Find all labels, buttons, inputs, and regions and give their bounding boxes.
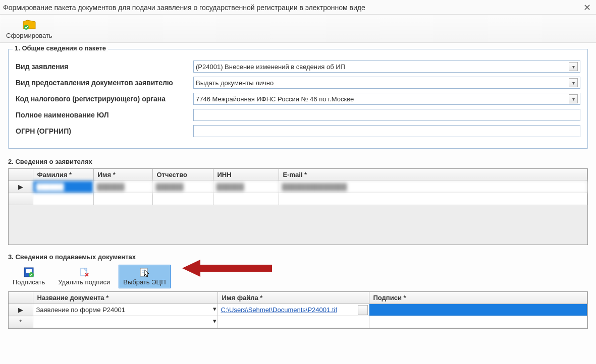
row-header-corner [9, 169, 33, 181]
chevron-down-icon[interactable]: ▾ [569, 94, 578, 103]
chevron-down-icon[interactable]: ▾ [569, 62, 578, 71]
svg-marker-8 [182, 260, 272, 277]
folder-check-icon [22, 19, 36, 31]
general-info-title: 1. Общие сведения о пакете [13, 44, 108, 52]
close-icon[interactable]: ✕ [583, 3, 591, 12]
cell-inn[interactable]: ██████ [213, 181, 279, 193]
tax-code-select[interactable]: 7746 Межрайонная ИФНС России № 46 по г.М… [193, 93, 580, 105]
chevron-down-icon[interactable]: ▾ [213, 305, 216, 313]
file-path-link[interactable]: C:\Users\Sehmet\Documents\P24001.tif [221, 306, 338, 314]
delivery-select[interactable]: Выдать документы лично ▾ [193, 77, 580, 89]
cell-surname[interactable]: ██████ [33, 181, 93, 193]
certificate-icon [138, 267, 150, 277]
page-delete-icon [78, 267, 90, 277]
cell-email[interactable]: ██████████████ [279, 181, 587, 193]
svg-rect-7 [142, 272, 146, 273]
app-type-value: (Р24001) Внесение изменений в сведения о… [196, 63, 345, 71]
ogrn-label: ОГРН (ОГРНИП) [16, 127, 193, 135]
svg-rect-6 [142, 270, 146, 271]
documents-toolbar: Подписать Удалить подписи [8, 265, 588, 288]
documents-grid[interactable]: Название документа * Имя файла * Подписи… [8, 291, 588, 329]
browse-button[interactable] [358, 305, 368, 315]
delete-signatures-label: Удалить подписи [58, 278, 110, 286]
table-row-new[interactable]: * ▾ [9, 316, 587, 328]
doc-name-value: Заявление по форме P24001 [36, 306, 125, 314]
cell-patronymic[interactable]: ██████ [152, 181, 213, 193]
svg-point-0 [24, 25, 29, 30]
window-title: Формирование пакета документов для подач… [3, 4, 365, 12]
applicants-section: 2. Сведения о заявителях Фамилия * Имя *… [8, 158, 588, 245]
sign-button[interactable]: Подписать [8, 265, 49, 288]
app-type-label: Вид заявления [16, 63, 193, 71]
cell-signatures[interactable] [369, 304, 587, 316]
cell-name[interactable]: ██████ [93, 181, 152, 193]
grid-empty-area [9, 205, 587, 245]
table-row-empty[interactable] [9, 193, 587, 205]
full-name-input[interactable] [193, 109, 580, 121]
cell-file-name[interactable]: C:\Users\Sehmet\Documents\P24001.tif [218, 304, 369, 316]
applicants-grid[interactable]: Фамилия * Имя * Отчество ИНН E-mail * ▶ … [8, 168, 588, 245]
form-package-label: Сформировать [6, 32, 52, 39]
col-inn[interactable]: ИНН [213, 169, 279, 181]
sign-label: Подписать [13, 278, 45, 286]
ogrn-input[interactable] [193, 125, 580, 137]
applicants-title: 2. Сведения о заявителях [8, 158, 588, 165]
col-surname[interactable]: Фамилия * [33, 169, 93, 181]
select-ecp-label: Выбрать ЭЦП [123, 278, 166, 286]
titlebar: Формирование пакета документов для подач… [0, 0, 596, 15]
delivery-value: Выдать документы лично [196, 79, 274, 87]
floppy-check-icon [23, 267, 35, 277]
documents-title: 3. Сведения о подаваемых документах [8, 253, 588, 261]
row-indicator-icon: ▶ [9, 181, 33, 193]
chevron-down-icon[interactable]: ▾ [213, 317, 216, 325]
main-toolbar: Сформировать [0, 15, 596, 43]
svg-rect-2 [26, 269, 32, 273]
full-name-label: Полное наименование ЮЛ [16, 111, 193, 119]
new-row-indicator-icon: * [9, 316, 33, 328]
table-row[interactable]: ▶ ██████ ██████ ██████ ██████ ██████████… [9, 181, 587, 193]
delete-signatures-button[interactable]: Удалить подписи [53, 265, 115, 288]
app-type-select[interactable]: (Р24001) Внесение изменений в сведения о… [193, 60, 580, 73]
form-package-button[interactable]: Сформировать [6, 19, 52, 39]
table-row[interactable]: ▶ Заявление по форме P24001 ▾ C:\Users\S… [9, 304, 587, 316]
row-header-corner [9, 292, 33, 304]
col-email[interactable]: E-mail * [279, 169, 587, 181]
col-name[interactable]: Имя * [93, 169, 152, 181]
tax-code-value: 7746 Межрайонная ИФНС России № 46 по г.М… [196, 95, 354, 103]
col-doc-name[interactable]: Название документа * [33, 292, 218, 304]
cell-doc-name[interactable]: Заявление по форме P24001 ▾ [33, 304, 218, 316]
col-patronymic[interactable]: Отчество [152, 169, 213, 181]
row-indicator-icon: ▶ [9, 304, 33, 316]
col-signatures[interactable]: Подписи * [369, 292, 587, 304]
select-ecp-button[interactable]: Выбрать ЭЦП [119, 265, 170, 288]
documents-section: 3. Сведения о подаваемых документах Подп… [8, 253, 588, 329]
tax-code-label: Код налогового (регистрирующего) органа [16, 95, 193, 103]
chevron-down-icon[interactable]: ▾ [569, 78, 578, 87]
col-file-name[interactable]: Имя файла * [218, 292, 369, 304]
general-info-panel: 1. Общие сведения о пакете Вид заявления… [8, 49, 588, 149]
delivery-label: Вид предоставления документов заявителю [16, 79, 193, 87]
